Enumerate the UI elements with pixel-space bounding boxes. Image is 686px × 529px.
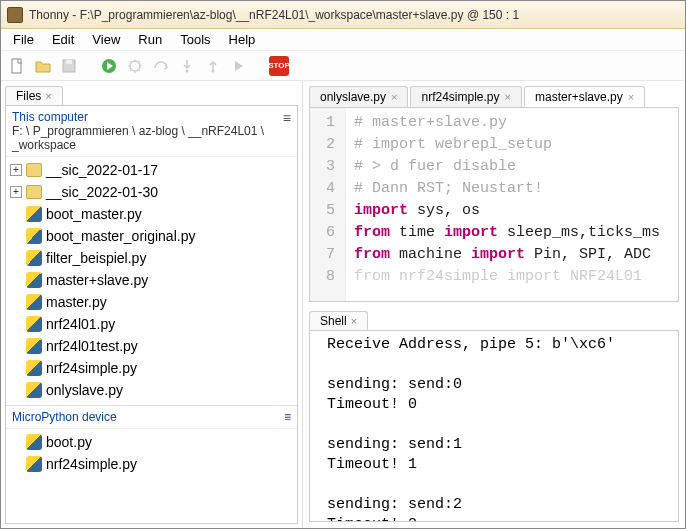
file-row[interactable]: boot_master.py bbox=[6, 203, 297, 225]
python-file-icon bbox=[26, 338, 42, 354]
python-file-icon bbox=[26, 434, 42, 450]
expand-icon[interactable]: + bbox=[10, 186, 22, 198]
python-file-icon bbox=[26, 294, 42, 310]
file-row[interactable]: filter_beispiel.py bbox=[6, 247, 297, 269]
step-into-button[interactable] bbox=[177, 56, 197, 76]
menu-edit[interactable]: Edit bbox=[44, 30, 82, 49]
tree-item-label: nrf24simple.py bbox=[46, 360, 137, 376]
hamburger-icon[interactable]: ≡ bbox=[283, 110, 291, 126]
tree-item-label: master.py bbox=[46, 294, 107, 310]
save-button[interactable] bbox=[59, 56, 79, 76]
stop-button[interactable]: STOP bbox=[269, 56, 289, 76]
titlebar: Thonny - F:\P_programmieren\az-blog\__nR… bbox=[1, 1, 685, 29]
file-row[interactable]: nrf24l01test.py bbox=[6, 335, 297, 357]
file-row[interactable]: onlyslave.py bbox=[6, 379, 297, 401]
python-file-icon bbox=[26, 382, 42, 398]
tree-item-label: boot_master.py bbox=[46, 206, 142, 222]
toolbar: STOP bbox=[1, 51, 685, 81]
open-file-button[interactable] bbox=[33, 56, 53, 76]
file-row[interactable]: master+slave.py bbox=[6, 269, 297, 291]
close-icon[interactable]: × bbox=[628, 91, 634, 103]
new-file-button[interactable] bbox=[7, 56, 27, 76]
menu-view[interactable]: View bbox=[84, 30, 128, 49]
editor-tab[interactable]: onlyslave.py× bbox=[309, 86, 408, 107]
close-icon[interactable]: × bbox=[391, 91, 397, 103]
file-row[interactable]: nrf24l01.py bbox=[6, 313, 297, 335]
svg-rect-2 bbox=[66, 60, 72, 64]
folder-row[interactable]: +__sic_2022-01-17 bbox=[6, 159, 297, 181]
tree-item-label: __sic_2022-01-17 bbox=[46, 162, 158, 178]
close-icon[interactable]: × bbox=[505, 91, 511, 103]
python-file-icon bbox=[26, 272, 42, 288]
python-file-icon bbox=[26, 316, 42, 332]
python-file-icon bbox=[26, 206, 42, 222]
tree-item-label: nrf24l01test.py bbox=[46, 338, 138, 354]
editor-tab-label: nrf24simple.py bbox=[421, 90, 499, 104]
files-panel: This computer F: \ P_programmieren \ az-… bbox=[5, 105, 298, 524]
menu-help[interactable]: Help bbox=[221, 30, 264, 49]
tree-item-label: onlyslave.py bbox=[46, 382, 123, 398]
resume-button[interactable] bbox=[229, 56, 249, 76]
menu-tools[interactable]: Tools bbox=[172, 30, 218, 49]
file-row[interactable]: nrf24simple.py bbox=[6, 357, 297, 379]
hamburger-icon[interactable]: ≡ bbox=[284, 410, 291, 424]
editor-tab[interactable]: nrf24simple.py× bbox=[410, 86, 521, 107]
debug-button[interactable] bbox=[125, 56, 145, 76]
tree-item-label: filter_beispiel.py bbox=[46, 250, 146, 266]
device-location-link[interactable]: MicroPython device bbox=[12, 410, 117, 424]
svg-point-6 bbox=[212, 69, 215, 72]
expand-icon[interactable]: + bbox=[10, 164, 22, 176]
editor-tab-label: onlyslave.py bbox=[320, 90, 386, 104]
window-title: Thonny - F:\P_programmieren\az-blog\__nR… bbox=[29, 8, 519, 22]
file-row[interactable]: boot.py bbox=[6, 431, 297, 453]
menu-run[interactable]: Run bbox=[130, 30, 170, 49]
device-file-tree: boot.pynrf24simple.py bbox=[6, 429, 297, 477]
file-row[interactable]: boot_master_original.py bbox=[6, 225, 297, 247]
editor-tabstrip: onlyslave.py×nrf24simple.py×master+slave… bbox=[303, 81, 685, 107]
files-tab-label: Files bbox=[16, 89, 41, 103]
svg-rect-0 bbox=[12, 59, 21, 73]
close-icon[interactable]: × bbox=[45, 90, 51, 102]
step-out-button[interactable] bbox=[203, 56, 223, 76]
python-file-icon bbox=[26, 228, 42, 244]
tree-item-label: nrf24simple.py bbox=[46, 456, 137, 472]
tree-item-label: nrf24l01.py bbox=[46, 316, 115, 332]
menu-file[interactable]: File bbox=[5, 30, 42, 49]
tree-item-label: master+slave.py bbox=[46, 272, 148, 288]
menubar: FileEditViewRunToolsHelp bbox=[1, 29, 685, 51]
python-file-icon bbox=[26, 456, 42, 472]
editor-tab-label: master+slave.py bbox=[535, 90, 623, 104]
python-file-icon bbox=[26, 250, 42, 266]
tree-item-label: boot.py bbox=[46, 434, 92, 450]
file-row[interactable]: master.py bbox=[6, 291, 297, 313]
code-editor[interactable]: 12345678 # master+slave.py# import webre… bbox=[309, 107, 679, 302]
tree-item-label: boot_master_original.py bbox=[46, 228, 195, 244]
shell-output[interactable]: Receive Address, pipe 5: b'\xc6' sending… bbox=[309, 330, 679, 522]
python-file-icon bbox=[26, 360, 42, 376]
folder-icon bbox=[26, 185, 42, 199]
shell-tab[interactable]: Shell × bbox=[309, 311, 368, 330]
files-tab[interactable]: Files × bbox=[5, 86, 63, 105]
editor-tab[interactable]: master+slave.py× bbox=[524, 86, 645, 107]
files-location-link[interactable]: This computer bbox=[12, 110, 283, 124]
svg-point-5 bbox=[186, 69, 189, 72]
folder-row[interactable]: +__sic_2022-01-30 bbox=[6, 181, 297, 203]
run-button[interactable] bbox=[99, 56, 119, 76]
shell-tab-label: Shell bbox=[320, 314, 347, 328]
file-tree: +__sic_2022-01-17+__sic_2022-01-30boot_m… bbox=[6, 157, 297, 403]
app-icon bbox=[7, 7, 23, 23]
step-over-button[interactable] bbox=[151, 56, 171, 76]
files-path: F: \ P_programmieren \ az-blog \ __nRF24… bbox=[12, 124, 283, 152]
folder-icon bbox=[26, 163, 42, 177]
close-icon[interactable]: × bbox=[351, 315, 357, 327]
file-row[interactable]: nrf24simple.py bbox=[6, 453, 297, 475]
tree-item-label: __sic_2022-01-30 bbox=[46, 184, 158, 200]
